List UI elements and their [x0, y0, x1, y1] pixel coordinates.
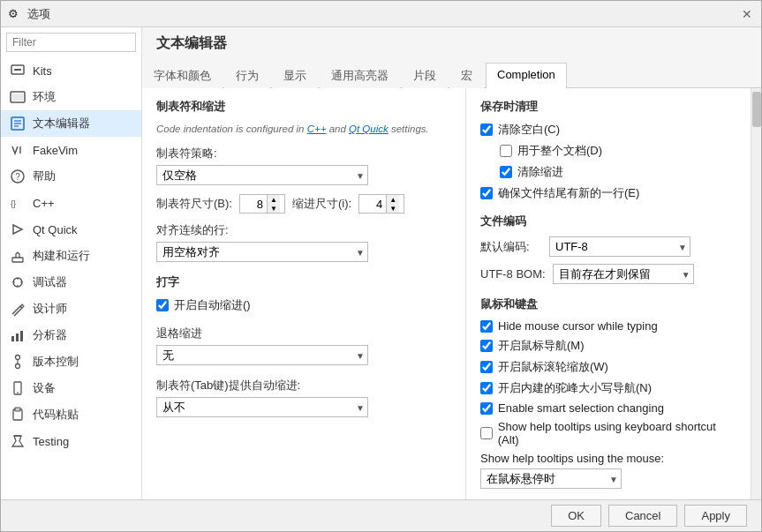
tab-font-color[interactable]: 字体和颜色	[142, 63, 223, 88]
align-row: 用空格对齐 用制表符对齐 不对齐 ▼	[156, 242, 451, 262]
sidebar-item-qtquick[interactable]: Qt Quick	[1, 216, 141, 243]
build-icon	[10, 248, 26, 264]
sidebar-item-kits[interactable]: Kits	[1, 57, 141, 84]
encoding-select[interactable]: UTF-8 GBK GB2312	[549, 236, 690, 257]
tab-size-spinbox[interactable]: ▲ ▼	[239, 194, 285, 214]
vcs-icon	[10, 354, 26, 370]
tab-size-input[interactable]	[240, 196, 267, 213]
codepaste-icon	[10, 407, 26, 423]
sidebar-item-devices[interactable]: 设备	[1, 375, 141, 401]
nav-mouse-checkbox[interactable]	[480, 340, 493, 352]
sidebar-item-vcs[interactable]: 版本控制	[1, 348, 141, 375]
hint-link-cpp[interactable]: C++	[307, 124, 327, 134]
tab-size-down[interactable]: ▼	[268, 204, 280, 213]
scroll-zoom-checkbox[interactable]	[480, 361, 493, 373]
ensure-newline-checkbox[interactable]	[480, 187, 493, 199]
auto-indent-checkbox[interactable]	[156, 299, 169, 311]
sidebar-label-devices: 设备	[33, 380, 56, 396]
sidebar-item-cpp[interactable]: {} C++	[1, 190, 141, 216]
tab-auto-select-wrapper: 从不 始终 在代码块中 ▼	[156, 397, 368, 417]
svg-rect-21	[20, 331, 23, 341]
bom-label: UTF-8 BOM:	[480, 267, 546, 281]
sidebar-item-testing[interactable]: Testing	[1, 428, 141, 454]
camel-nav-label: 开启内建的驼峰大小写导航(N)	[498, 380, 652, 396]
tab-size-row: 制表符尺寸(B): ▲ ▼ 缩进尺寸(i): ▲	[156, 194, 451, 214]
tab-snippets[interactable]: 片段	[402, 63, 448, 88]
camel-nav-checkbox[interactable]	[480, 382, 493, 394]
sidebar-item-fakevim[interactable]: FakeVim	[1, 137, 141, 163]
backspace-select-wrapper: 无 有 ▼	[156, 345, 368, 365]
entire-doc-label: 用于整个文档(D)	[517, 143, 602, 159]
sidebar-label-codepaste: 代码粘贴	[33, 407, 79, 423]
scrollbar[interactable]	[751, 88, 761, 499]
tab-behavior[interactable]: 行为	[224, 63, 270, 88]
sidebar-item-codepaste[interactable]: 代码粘贴	[1, 401, 141, 428]
filter-input[interactable]	[6, 33, 136, 52]
sidebar-item-texteditor[interactable]: 文本编辑器	[1, 110, 141, 137]
hide-mouse-checkbox[interactable]	[480, 320, 493, 333]
sidebar-label-vcs: 版本控制	[33, 354, 79, 370]
tab-auto-section: 制表符(Tab键)提供自动缩进: 从不 始终 在代码块中 ▼	[156, 378, 451, 417]
svg-rect-20	[16, 333, 19, 341]
tab-policy-row: 仅空格 仅制表符 混合 ▼	[156, 165, 451, 185]
align-select[interactable]: 用空格对齐 用制表符对齐 不对齐	[156, 242, 368, 262]
sidebar-item-debugger[interactable]: 调试器	[1, 269, 141, 296]
hint-link-qtquick[interactable]: Qt Quick	[349, 124, 389, 134]
clean-indent-row: 清除缩进	[500, 164, 736, 180]
smart-sel-checkbox[interactable]	[480, 402, 493, 415]
sidebar: Kits 环境 文本编辑器 FakeVim	[1, 27, 142, 499]
sidebar-label-env: 环境	[33, 89, 56, 105]
hide-mouse-row: Hide mouse cursor while typing	[480, 319, 736, 333]
indent-size-up[interactable]: ▲	[387, 195, 399, 204]
bom-select-wrapper: 目前存在才则保留 始终添加 始终删除 ▼	[553, 264, 694, 284]
svg-text:?: ?	[15, 172, 20, 182]
ok-button[interactable]: OK	[551, 505, 601, 527]
clean-indent-checkbox[interactable]	[500, 166, 512, 178]
encoding-select-wrapper: UTF-8 GBK GB2312 ▼	[549, 236, 690, 257]
right-panel: 保存时清理 清除空白(C) 用于整个文档(D) 清除缩进	[466, 88, 751, 499]
nav-mouse-row: 开启鼠标导航(M)	[480, 338, 736, 354]
analyzer-icon	[10, 327, 26, 343]
designer-icon	[10, 301, 26, 317]
tab-display[interactable]: 显示	[272, 63, 318, 88]
tab-size-arrows: ▲ ▼	[267, 195, 280, 213]
entire-doc-checkbox[interactable]	[500, 145, 512, 157]
bom-select[interactable]: 目前存在才则保留 始终添加 始终删除	[553, 264, 694, 284]
sidebar-item-build[interactable]: 构建和运行	[1, 243, 141, 269]
help-keyboard-row: Show help tooltips using keyboard shortc…	[480, 420, 736, 446]
close-button[interactable]: ✕	[740, 7, 754, 21]
sidebar-item-env[interactable]: 环境	[1, 84, 141, 110]
help-keyboard-label: Show help tooltips using keyboard shortc…	[498, 420, 736, 446]
auto-indent-row: 开启自动缩进()	[156, 297, 451, 313]
tab-highlighter[interactable]: 通用高亮器	[320, 63, 400, 88]
svg-rect-13	[12, 258, 23, 262]
testing-icon	[10, 433, 26, 449]
sidebar-item-designer[interactable]: 设计师	[1, 296, 141, 322]
apply-button[interactable]: Apply	[684, 505, 747, 527]
indent-size-spinbox[interactable]: ▲ ▼	[358, 194, 404, 214]
page-title: 文本编辑器	[156, 34, 747, 53]
sidebar-label-debugger: 调试器	[33, 274, 67, 290]
tab-completion[interactable]: Completion	[486, 63, 567, 88]
tab-macros[interactable]: 宏	[449, 63, 484, 88]
help-keyboard-checkbox[interactable]	[480, 427, 493, 439]
cancel-button[interactable]: Cancel	[608, 505, 677, 527]
indent-size-down[interactable]: ▼	[387, 204, 399, 213]
sidebar-item-help[interactable]: ? 帮助	[1, 163, 141, 190]
tab-size-up[interactable]: ▲	[268, 195, 280, 204]
clean-whitespace-checkbox[interactable]	[480, 124, 493, 136]
tab-auto-select[interactable]: 从不 始终 在代码块中	[156, 397, 368, 417]
hide-mouse-label: Hide mouse cursor while typing	[498, 319, 658, 333]
scrollbar-thumb[interactable]	[752, 92, 761, 127]
backspace-select[interactable]: 无 有	[156, 345, 368, 365]
tab-policy-select[interactable]: 仅空格 仅制表符 混合	[156, 165, 368, 185]
sidebar-item-analyzer[interactable]: 分析器	[1, 322, 141, 348]
backspace-label: 退格缩进	[156, 326, 451, 341]
section-indent-title: 制表符和缩进	[156, 99, 451, 115]
indent-size-input[interactable]	[359, 196, 386, 213]
help-mouse-select[interactable]: 在鼠标悬停时 从不 始终	[480, 468, 622, 489]
sidebar-label-texteditor: 文本编辑器	[33, 116, 90, 131]
env-icon	[10, 89, 26, 105]
tab-bar: 字体和颜色 行为 显示 通用高亮器 片段 宏 Completion	[142, 62, 761, 88]
svg-rect-19	[11, 336, 14, 341]
